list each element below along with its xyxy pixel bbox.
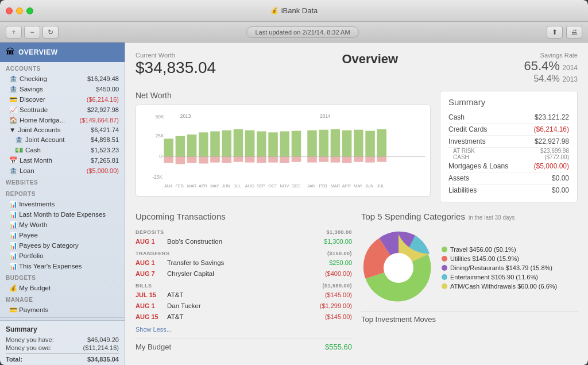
pie-svg bbox=[361, 230, 436, 305]
show-less-link[interactable]: Show Less... bbox=[136, 322, 352, 333]
summary-cash-value: $23,121.22 bbox=[535, 113, 569, 121]
svg-text:OCT: OCT bbox=[268, 183, 277, 189]
sidebar-item-last-month-expenses[interactable]: 📊 Last Month to Date Expenses bbox=[0, 209, 125, 220]
sidebar-item-portfolio[interactable]: 📊 Portfolio bbox=[0, 251, 125, 261]
svg-point-64 bbox=[384, 253, 413, 283]
summary-mortgages-value: ($5,000.00) bbox=[534, 162, 569, 170]
table-row: AUG 7 Chrysler Capital ($400.00) bbox=[136, 268, 352, 279]
upcoming-transactions-section: Upcoming Transactions DEPOSITS $1,300.00… bbox=[136, 212, 352, 351]
svg-text:2014: 2014 bbox=[320, 114, 331, 119]
svg-text:APR: APR bbox=[342, 183, 351, 189]
accounts-header: ACCOUNTS bbox=[0, 62, 125, 74]
sidebar-item-checking[interactable]: 🏦 Checking $16,249.48 bbox=[0, 74, 125, 84]
svg-rect-44 bbox=[377, 157, 386, 162]
travel-label: Travel $456.00 (50.1%) bbox=[450, 246, 516, 253]
sidebar-item-payments[interactable]: 💳 Payments bbox=[0, 305, 125, 315]
add-button[interactable]: + bbox=[6, 26, 22, 39]
svg-text:MAY: MAY bbox=[354, 183, 362, 189]
svg-rect-12 bbox=[187, 157, 197, 163]
export-button[interactable]: ⬆ bbox=[547, 26, 563, 39]
summary-mortgages-label: Mortgages & Loans bbox=[448, 162, 508, 170]
sidebar-item-savings[interactable]: 🏦 Savings $450.00 bbox=[0, 84, 125, 94]
traffic-lights bbox=[6, 7, 33, 14]
sidebar-item-joint-account[interactable]: 🏦 Joint Account $4,898.51 bbox=[0, 135, 125, 145]
svg-text:0: 0 bbox=[159, 154, 162, 159]
trans-desc-2: Transfer to Savings bbox=[167, 259, 329, 266]
summary-assets-label: Assets bbox=[448, 174, 469, 182]
sidebar-item-mortgage[interactable]: 🏠 Home Mortga... ($149,664.87) bbox=[0, 115, 125, 125]
print-button[interactable]: 🖨 bbox=[566, 26, 582, 39]
sidebar-item-discover[interactable]: 💳 Discover ($6,214.16) bbox=[0, 94, 125, 105]
net-worth-title: Net Worth bbox=[136, 91, 431, 100]
spending-title: Top 5 Spending Categories bbox=[361, 212, 465, 221]
svg-text:JAN: JAN bbox=[307, 183, 315, 189]
refresh-button[interactable]: ↻ bbox=[42, 26, 59, 39]
trans-desc-3: Chrysler Capital bbox=[167, 270, 325, 277]
atm-label: ATM/Cash Withdrawals $60.00 (6.6%) bbox=[450, 283, 557, 290]
last-month-name: Last Month bbox=[20, 157, 52, 164]
spending-categories-section: Top 5 Spending Categories in the last 30… bbox=[361, 212, 578, 351]
trans-amount-6: ($145.00) bbox=[325, 313, 352, 320]
sidebar-item-loan[interactable]: 🏦 Loan ($5,000.00) bbox=[0, 166, 125, 176]
savings-rate-2014-pct: 65.4% bbox=[524, 59, 559, 73]
summary-investments-value: $22,927.98 bbox=[535, 137, 569, 145]
svg-rect-17 bbox=[222, 130, 231, 157]
close-button[interactable] bbox=[6, 7, 13, 14]
savings-rate-label: Savings Rate bbox=[524, 52, 578, 59]
remove-button[interactable]: − bbox=[24, 26, 40, 39]
svg-rect-18 bbox=[222, 157, 231, 163]
svg-rect-41 bbox=[365, 131, 375, 157]
sidebar-item-scottrade[interactable]: 📈 Scottrade $22,927.98 bbox=[0, 105, 125, 115]
sidebar-item-payee[interactable]: 📊 Payee bbox=[0, 230, 125, 240]
reports-header: REPORTS bbox=[0, 187, 125, 199]
joint-accounts-value: $6,421.74 bbox=[91, 126, 119, 133]
svg-rect-40 bbox=[354, 157, 363, 162]
svg-rect-42 bbox=[365, 157, 375, 163]
transfers-total: ($150.00) bbox=[327, 251, 352, 256]
cash-name: Cash bbox=[25, 147, 41, 153]
savings-icon: 🏦 bbox=[9, 85, 17, 93]
top-section: Net Worth 50K 25K 0 -25K 2013 20 bbox=[136, 91, 578, 202]
minimize-button[interactable] bbox=[16, 7, 23, 14]
svg-rect-16 bbox=[210, 157, 220, 163]
overview-button[interactable]: 🏛 OVERVIEW bbox=[0, 43, 125, 62]
toolbar-left-buttons: + − ↻ bbox=[6, 26, 59, 39]
sidebar-item-my-worth[interactable]: 📊 My Worth bbox=[0, 220, 125, 230]
sidebar-summary-title: Summary bbox=[6, 325, 119, 333]
loan-name: Loan bbox=[20, 167, 34, 174]
bills-total: ($1,589.00) bbox=[322, 283, 352, 289]
maximize-button[interactable] bbox=[26, 7, 33, 14]
svg-rect-39 bbox=[354, 130, 363, 157]
svg-text:APR: APR bbox=[199, 183, 207, 189]
joint-expand-icon: ▼ bbox=[9, 126, 16, 133]
savings-rate-2014-year: 2014 bbox=[562, 64, 578, 72]
svg-rect-13 bbox=[199, 132, 208, 156]
sidebar-item-last-month[interactable]: 📅 Last Month $7,265.81 bbox=[0, 155, 125, 166]
trans-amount-4: ($145.00) bbox=[325, 291, 352, 298]
summary-row-assets: Assets $0.00 bbox=[448, 172, 569, 185]
sidebar-item-this-years-expenses[interactable]: 📊 This Year's Expenses bbox=[0, 261, 125, 271]
deposits-group-header: DEPOSITS $1,300.00 bbox=[136, 226, 352, 236]
svg-rect-9 bbox=[176, 136, 185, 157]
sidebar-item-my-budget[interactable]: 💰 My Budget bbox=[0, 283, 125, 293]
summary-cash-label: Cash bbox=[448, 113, 465, 121]
spending-subtitle: in the last 30 days bbox=[469, 214, 515, 221]
deposits-total: $1,300.00 bbox=[326, 229, 352, 235]
table-row: JUL 15 AT&T ($145.00) bbox=[136, 290, 352, 301]
deposits-label: DEPOSITS bbox=[136, 229, 164, 235]
trans-desc-6: AT&T bbox=[167, 313, 325, 320]
sidebar-summary-owe-value: ($11,214.16) bbox=[83, 344, 119, 351]
sidebar-item-cash[interactable]: 💵 Cash $1,523.23 bbox=[0, 145, 125, 155]
svg-text:FEB: FEB bbox=[176, 183, 184, 189]
utilities-label: Utilities $145.00 (15.9%) bbox=[450, 255, 519, 262]
checking-value: $16,249.48 bbox=[87, 75, 119, 82]
joint-accounts-name: Joint Accounts bbox=[18, 126, 60, 133]
scottrade-name: Scottrade bbox=[20, 106, 48, 113]
legend-item-travel: Travel $456.00 (50.1%) bbox=[442, 245, 557, 254]
legend-item-utilities: Utilities $145.00 (15.9%) bbox=[442, 254, 557, 263]
sidebar-item-payees-by-category[interactable]: 📊 Payees by Category bbox=[0, 240, 125, 251]
table-row: AUG 1 Bob's Construction $1,300.00 bbox=[136, 236, 352, 247]
pie-chart bbox=[361, 230, 436, 305]
sidebar-item-investments[interactable]: 📊 Investments bbox=[0, 199, 125, 209]
sidebar-item-joint-accounts[interactable]: ▼ Joint Accounts $6,421.74 bbox=[0, 125, 125, 135]
